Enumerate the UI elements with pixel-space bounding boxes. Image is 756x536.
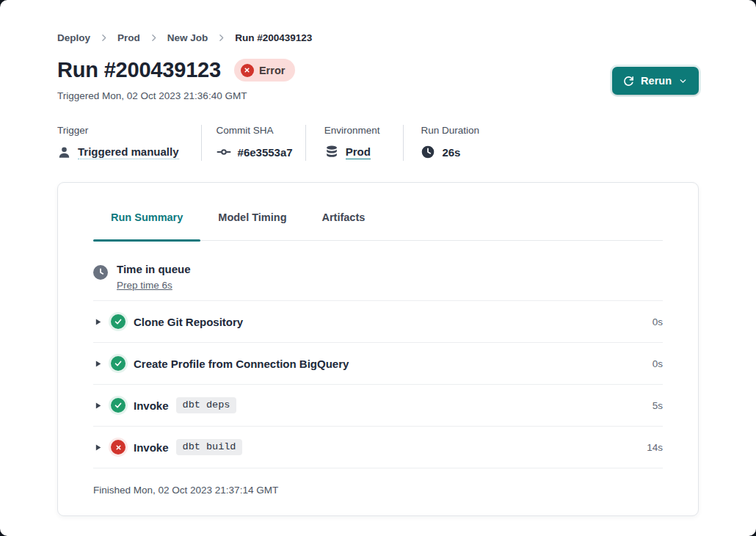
chevron-right-icon <box>217 33 226 43</box>
step-title: Invoke <box>134 399 169 412</box>
meta-commit-sha: Commit SHA #6e3553a7 <box>202 125 305 161</box>
breadcrumb: Deploy Prod New Job Run #200439123 <box>57 32 312 43</box>
status-icon <box>111 398 126 413</box>
error-x-icon <box>241 64 254 77</box>
breadcrumb-prod[interactable]: Prod <box>117 32 140 43</box>
status-icon <box>111 356 126 371</box>
run-duration-value: 26s <box>442 146 460 159</box>
rerun-button-label: Rerun <box>641 75 672 87</box>
meta-environment: Environment Prod <box>306 125 404 161</box>
step-title: Clone Git Repository <box>134 316 243 328</box>
clock-icon <box>93 265 108 280</box>
queue-title: Time in queue <box>117 259 191 275</box>
page-title: Run #200439123 <box>57 58 221 82</box>
database-icon <box>324 145 339 159</box>
step-duration: 0s <box>653 358 663 369</box>
queue-row: Time in queue Prep time 6s <box>93 241 663 301</box>
tabs: Run Summary Model Timing Artifacts <box>93 209 663 241</box>
command-chip: dbt deps <box>176 397 237 413</box>
breadcrumb-new-job[interactable]: New Job <box>167 32 208 43</box>
step-row-invoke-dbt-build[interactable]: Invoke dbt build 14s <box>93 427 663 468</box>
step-row-invoke-dbt-deps[interactable]: Invoke dbt deps 5s <box>93 385 663 427</box>
triggered-timestamp: Triggered Mon, 02 Oct 2023 21:36:40 GMT <box>57 90 247 101</box>
caret-right-icon[interactable] <box>93 443 103 452</box>
status-icon <box>111 440 126 454</box>
meta-environment-label: Environment <box>324 125 380 136</box>
rerun-button[interactable]: Rerun <box>612 67 699 95</box>
run-summary-card: Run Summary Model Timing Artifacts Time … <box>57 182 699 516</box>
step-title: Invoke <box>134 441 169 454</box>
status-badge: Error <box>234 59 295 82</box>
tab-artifacts[interactable]: Artifacts <box>305 209 383 240</box>
breadcrumb-deploy[interactable]: Deploy <box>57 32 90 43</box>
tab-model-timing[interactable]: Model Timing <box>200 209 304 240</box>
chevron-right-icon <box>99 33 109 43</box>
breadcrumb-current-run: Run #200439123 <box>235 32 312 43</box>
run-meta-row: Trigger Triggered manually Commit SHA #6… <box>57 125 479 161</box>
environment-link[interactable]: Prod <box>346 145 371 159</box>
title-row: Run #200439123 Error <box>57 58 295 82</box>
meta-run-duration: Run Duration 26s <box>404 125 479 161</box>
step-duration: 5s <box>653 400 663 411</box>
person-icon <box>57 145 71 159</box>
meta-trigger: Trigger Triggered manually <box>57 125 201 161</box>
step-duration: 14s <box>647 442 663 453</box>
status-badge-label: Error <box>259 65 285 76</box>
chevron-down-icon <box>678 76 688 86</box>
command-chip: dbt build <box>176 439 243 455</box>
caret-right-icon[interactable] <box>93 317 103 327</box>
meta-duration-label: Run Duration <box>421 125 479 136</box>
chevron-right-icon <box>149 33 159 43</box>
rerun-refresh-icon <box>623 76 634 87</box>
page: Deploy Prod New Job Run #200439123 Run #… <box>0 0 756 536</box>
caret-right-icon[interactable] <box>93 401 103 410</box>
clock-icon <box>421 145 435 159</box>
meta-trigger-label: Trigger <box>57 125 179 136</box>
prep-time-link[interactable]: Prep time 6s <box>117 280 172 291</box>
meta-commit-label: Commit SHA <box>217 125 293 136</box>
commit-sha-value: #6e3553a7 <box>238 146 293 159</box>
status-icon <box>111 314 126 329</box>
step-row-clone-git[interactable]: Clone Git Repository 0s <box>93 301 663 343</box>
commit-icon <box>217 145 231 159</box>
trigger-value[interactable]: Triggered manually <box>78 145 179 159</box>
step-row-create-profile[interactable]: Create Profile from Connection BigQuery … <box>93 343 663 385</box>
tab-run-summary[interactable]: Run Summary <box>93 209 200 240</box>
step-duration: 0s <box>653 316 663 327</box>
caret-right-icon[interactable] <box>93 359 103 369</box>
finished-timestamp: Finished Mon, 02 Oct 2023 21:37:14 GMT <box>93 468 663 496</box>
step-title: Create Profile from Connection BigQuery <box>134 358 349 370</box>
